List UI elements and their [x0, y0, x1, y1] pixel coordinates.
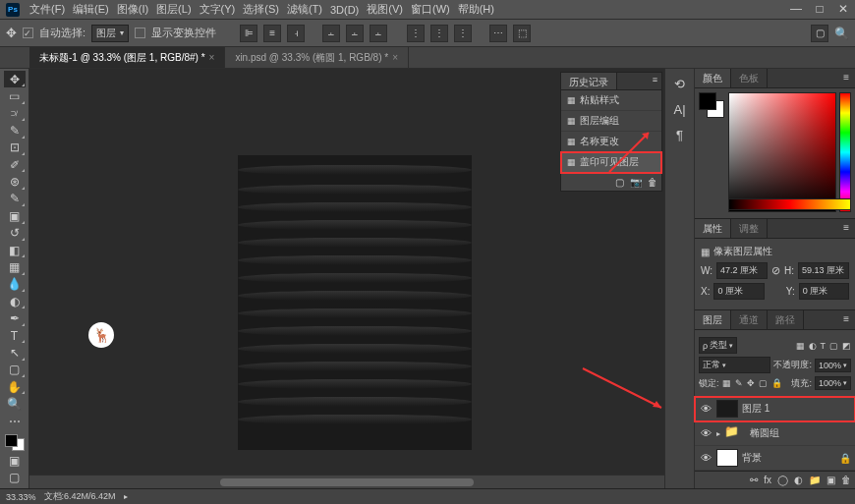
history-item[interactable]: ▦ 粘贴样式 — [561, 90, 661, 111]
distribute-icon[interactable]: ⋮ — [407, 25, 425, 42]
menu-file[interactable]: 文件(F) — [26, 2, 69, 17]
blend-mode-dropdown[interactable]: 正常 — [699, 357, 770, 373]
move-tool[interactable]: ✥ — [4, 71, 26, 87]
close-button[interactable]: ✕ — [835, 2, 851, 16]
expand-icon[interactable]: ▸ — [716, 429, 720, 438]
marquee-tool[interactable]: ▭ — [4, 87, 26, 104]
panel-menu-icon[interactable]: ≡ — [837, 69, 855, 87]
history-item[interactable]: ▦ 名称更改 — [561, 132, 661, 152]
align-icon[interactable]: ⫠ — [370, 25, 387, 42]
width-field[interactable]: 47.2 厘米 — [716, 262, 768, 279]
color-field[interactable] — [728, 92, 836, 212]
path-select-tool[interactable]: ↖ — [4, 344, 26, 361]
panel-menu-icon[interactable]: ≡ — [837, 219, 855, 238]
adjustment-icon[interactable]: ◐ — [794, 475, 803, 485]
maximize-button[interactable]: □ — [812, 2, 827, 16]
adjustments-tab[interactable]: 调整 — [731, 219, 768, 238]
history-brush-tool[interactable]: ↺ — [4, 225, 26, 242]
mask-icon[interactable]: ◯ — [777, 475, 788, 485]
eraser-tool[interactable]: ◧ — [4, 242, 26, 258]
workspace-icon[interactable]: ▢ — [811, 25, 828, 42]
close-icon[interactable]: × — [209, 52, 215, 63]
zoom-level[interactable]: 33.33% — [6, 492, 36, 502]
3d-mode-icon[interactable]: ⬚ — [513, 25, 531, 42]
create-doc-icon[interactable]: ▢ — [615, 177, 624, 188]
autoselect-checkbox[interactable] — [23, 28, 33, 38]
crop-tool[interactable]: ⊡ — [4, 140, 26, 156]
char-dock-icon[interactable]: A| — [671, 100, 689, 118]
distribute-icon[interactable]: ⋯ — [489, 25, 507, 42]
filter-icon[interactable]: ◐ — [809, 341, 817, 351]
chevron-icon[interactable]: ▸ — [124, 492, 128, 501]
new-layer-icon[interactable]: ▣ — [826, 475, 835, 485]
hue-slider[interactable] — [839, 92, 851, 212]
channels-tab[interactable]: 通道 — [731, 310, 768, 329]
distribute-icon[interactable]: ⋮ — [454, 25, 472, 42]
screenmode-toggle[interactable]: ▢ — [4, 470, 26, 486]
menu-layer[interactable]: 图层(L) — [152, 2, 195, 17]
quickmask-toggle[interactable]: ▣ — [4, 452, 26, 469]
align-icon[interactable]: ⫠ — [346, 25, 364, 42]
foreground-background-color[interactable] — [4, 433, 26, 452]
link-icon[interactable]: ⊘ — [771, 264, 780, 277]
opacity-field[interactable]: 100% — [815, 359, 851, 372]
lock-artboard-icon[interactable]: ▢ — [759, 378, 768, 388]
visibility-icon[interactable]: 👁 — [699, 403, 712, 415]
menu-3d[interactable]: 3D(D) — [326, 4, 363, 16]
menu-image[interactable]: 图像(I) — [113, 2, 152, 17]
panel-menu-icon[interactable]: ≡ — [649, 73, 661, 89]
history-item[interactable]: ▦ 盖印可见图层 — [561, 152, 661, 173]
healing-tool[interactable]: ⊛ — [4, 173, 26, 190]
show-transform-checkbox[interactable] — [135, 28, 145, 38]
gradient-tool[interactable]: ▦ — [4, 258, 26, 275]
menu-filter[interactable]: 滤镜(T) — [283, 2, 326, 17]
delete-icon[interactable]: 🗑 — [841, 475, 851, 485]
color-tab[interactable]: 颜色 — [695, 69, 731, 87]
lasso-tool[interactable]: ⟉ — [4, 105, 26, 122]
history-item[interactable]: ▦ 图层编组 — [561, 111, 661, 132]
align-icon[interactable]: ≡ — [263, 25, 281, 42]
snapshot-icon[interactable]: 📷 — [630, 177, 642, 188]
menu-view[interactable]: 视图(V) — [363, 2, 407, 17]
autoselect-type-dropdown[interactable]: 图层 — [91, 25, 129, 42]
quick-select-tool[interactable]: ✎ — [4, 122, 26, 139]
panel-menu-icon[interactable]: ≡ — [837, 310, 855, 329]
shape-tool[interactable]: ▢ — [4, 362, 26, 378]
lock-move-icon[interactable]: ✥ — [747, 378, 755, 388]
menu-window[interactable]: 窗口(W) — [407, 2, 454, 17]
y-field[interactable]: 0 厘米 — [799, 283, 849, 300]
search-icon[interactable]: 🔍 — [834, 27, 849, 40]
lock-pixels-icon[interactable]: ▦ — [722, 378, 731, 388]
fx-icon[interactable]: fx — [764, 475, 771, 485]
document-tab[interactable]: 未标题-1 @ 33.3% (图层 1, RGB/8#) * × — [29, 47, 225, 68]
menu-type[interactable]: 文字(Y) — [196, 2, 240, 17]
menu-edit[interactable]: 编辑(E) — [69, 2, 113, 17]
align-icon[interactable]: ⊫ — [240, 25, 257, 42]
filter-kind-dropdown[interactable]: ρ 类型 — [699, 337, 737, 354]
align-icon[interactable]: ⫠ — [322, 25, 340, 42]
horizontal-scrollbar[interactable] — [29, 475, 664, 488]
gradient-strip[interactable] — [728, 198, 851, 210]
lock-position-icon[interactable]: ✎ — [735, 378, 743, 388]
pen-tool[interactable]: ✒ — [4, 309, 26, 326]
doc-info[interactable]: 文档:6.42M/6.42M — [44, 490, 116, 503]
properties-tab[interactable]: 属性 — [695, 219, 731, 238]
eyedropper-tool[interactable]: ✐ — [4, 156, 26, 173]
distribute-icon[interactable]: ⋮ — [430, 25, 448, 42]
menu-help[interactable]: 帮助(H) — [454, 2, 498, 17]
brush-tool[interactable]: ✎ — [4, 191, 26, 207]
filter-icon[interactable]: ◩ — [842, 341, 851, 351]
group-icon[interactable]: 📁 — [809, 475, 821, 485]
blur-tool[interactable]: 💧 — [4, 276, 26, 293]
foreground-swatch[interactable] — [699, 92, 716, 110]
edit-toolbar[interactable]: ⋯ — [4, 413, 26, 429]
link-layers-icon[interactable]: ⚯ — [750, 475, 758, 485]
fill-field[interactable]: 100% — [815, 376, 851, 390]
filter-icon[interactable]: ▢ — [829, 341, 838, 351]
hand-tool[interactable]: ✋ — [4, 378, 26, 395]
para-dock-icon[interactable]: ¶ — [671, 126, 689, 143]
lock-all-icon[interactable]: 🔒 — [771, 378, 782, 388]
minimize-button[interactable]: — — [788, 2, 804, 16]
align-icon[interactable]: ⫞ — [287, 25, 305, 42]
history-dock-icon[interactable]: ⟲ — [671, 75, 689, 92]
